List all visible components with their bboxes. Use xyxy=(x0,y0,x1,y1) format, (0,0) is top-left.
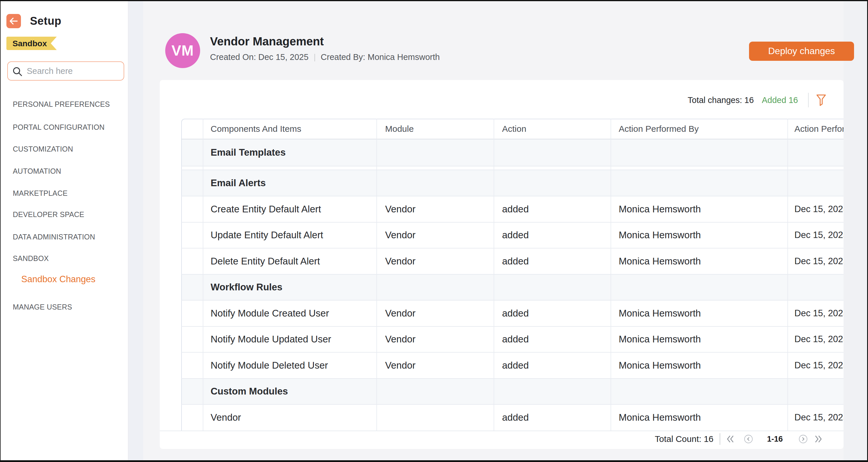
svg-text:Sandbox: Sandbox xyxy=(12,39,47,48)
